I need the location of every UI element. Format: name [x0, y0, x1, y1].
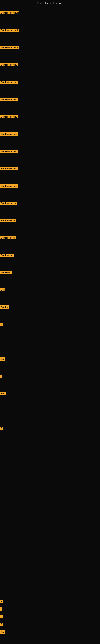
bottleneck-badge: Bottleneck resu [0, 184, 18, 188]
bottleneck-item: Bottleneck resu [0, 98, 18, 101]
bottleneck-badge: Bottleneck resu [0, 80, 18, 84]
bottleneck-item: Bo [0, 358, 4, 361]
bottleneck-badge: | [0, 375, 1, 378]
bottleneck-badge: Bottleneck resu [0, 63, 18, 66]
bottleneck-badge: Bottleneck resu [0, 150, 18, 153]
bottleneck-badge: Bot [0, 288, 5, 292]
bottleneck-item: E [0, 600, 3, 603]
bottleneck-badge: Bottleneck result [0, 11, 19, 14]
bottleneck-item: Bottleneck r [0, 254, 14, 257]
bottleneck-item: Bottleneck resu [0, 167, 18, 170]
bottleneck-badge: Bottleneck re [0, 219, 16, 222]
bottleneck-badge: Bottleneck resu [0, 167, 18, 170]
bottleneck-item: Bottleneck res [0, 202, 17, 205]
bottleneck-item: Bottleneck resu [0, 115, 18, 118]
bottleneck-item: | [0, 607, 1, 610]
bottleneck-item: Bottleneck resu [0, 150, 18, 153]
bottleneck-badge: E [0, 615, 3, 618]
bottleneck-badge: Bo [0, 630, 4, 634]
bottleneck-item: E [0, 615, 3, 618]
bottleneck-item: Bot [0, 288, 5, 292]
bottleneck-badge: Bottleneck result [0, 28, 19, 32]
bottleneck-badge: Bottleneck resu [0, 98, 18, 101]
bottleneck-badge: Bottlen [0, 306, 9, 309]
bottleneck-item: B [0, 323, 3, 326]
bottleneck-item: E [0, 623, 3, 626]
bottleneck-item: Bottleneck resu [0, 132, 18, 136]
bottleneck-item: Bo [0, 630, 4, 634]
bottleneck-item: Bottleneck result [0, 11, 19, 14]
bottleneck-badge: Bottleneck r [0, 254, 14, 257]
bottleneck-item: Bottleneck resu [0, 80, 18, 84]
bottleneck-badge: Bottlenec [0, 271, 12, 274]
bottleneck-item: Bottleneck re [0, 219, 16, 222]
site-title: TheBottlenecker.com [0, 0, 100, 6]
bottleneck-badge: E [0, 427, 3, 430]
bottleneck-badge: | [0, 607, 1, 610]
bottleneck-badge: Bottleneck re [0, 236, 16, 240]
bottleneck-badge: E [0, 600, 3, 603]
bottleneck-item: Bott [0, 392, 6, 395]
bottleneck-item: E [0, 427, 3, 430]
bottleneck-badge: Bottleneck resu [0, 132, 18, 136]
bottleneck-item: Bottlenec [0, 271, 12, 274]
bottleneck-badge: B [0, 323, 3, 326]
bottleneck-item: Bottlen [0, 306, 9, 309]
bottleneck-item: Bottleneck result [0, 28, 19, 32]
bottleneck-item: Bottleneck resu [0, 184, 18, 188]
bottleneck-item: Bottleneck result [0, 46, 19, 49]
bottleneck-badge: Bottleneck res [0, 202, 17, 205]
bottleneck-badge: Bottleneck resu [0, 115, 18, 118]
bottleneck-item: Bottleneck re [0, 236, 16, 240]
bottleneck-badge: Bottleneck result [0, 46, 19, 49]
bottleneck-badge: E [0, 623, 3, 626]
bottleneck-item: | [0, 375, 1, 378]
bottleneck-item: Bottleneck resu [0, 63, 18, 66]
bottleneck-badge: Bott [0, 392, 6, 395]
bottleneck-badge: Bo [0, 358, 4, 361]
